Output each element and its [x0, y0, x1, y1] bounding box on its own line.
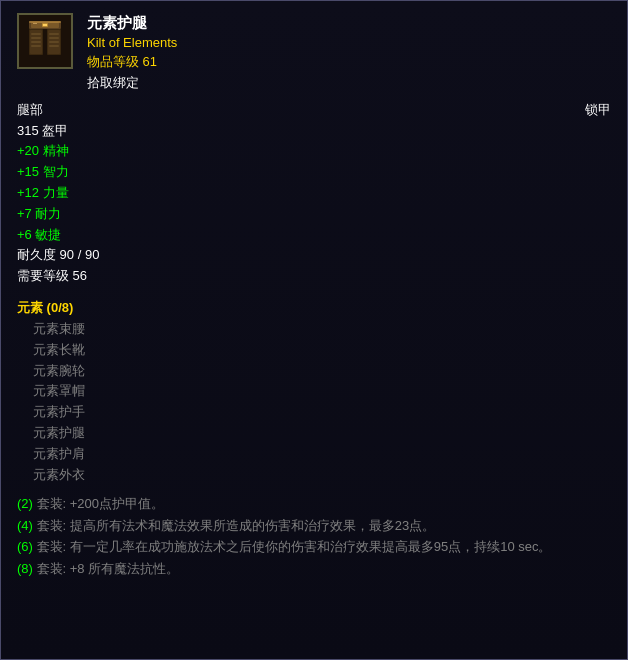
stat-stamina: +7 耐力: [17, 204, 611, 225]
item-name-en: Kilt of Elements: [87, 35, 177, 52]
set-item-5: 元素护腿: [17, 423, 611, 444]
set-bonuses: (2) 套装: +200点护甲值。 (4) 套装: 提高所有法术和魔法效果所造成…: [17, 493, 611, 579]
svg-rect-14: [49, 37, 59, 39]
set-bonus-4: (4) 套装: 提高所有法术和魔法效果所造成的伤害和治疗效果，最多23点。: [17, 515, 611, 536]
item-level: 物品等级 61: [87, 53, 177, 71]
required-level: 需要等级 56: [17, 266, 611, 287]
set-item-0: 元素束腰: [17, 319, 611, 340]
kilt-svg-icon: [19, 15, 71, 67]
svg-rect-13: [49, 33, 59, 35]
stat-spirit: +20 精神: [17, 141, 611, 162]
bonus-8-text: 套装: +8 所有魔法抗性。: [33, 561, 179, 576]
armor-value: 315 盔甲: [17, 121, 611, 142]
set-bonus-6: (6) 套装: 有一定几率在成功施放法术之后使你的伤害和治疗效果提高最多95点，…: [17, 536, 611, 557]
set-bonus-8: (8) 套装: +8 所有魔法抗性。: [17, 558, 611, 579]
svg-rect-18: [33, 23, 37, 24]
bonus-2-text: 套装: +200点护甲值。: [33, 496, 164, 511]
item-header-info: 元素护腿 Kilt of Elements 物品等级 61 拾取绑定: [87, 13, 177, 92]
item-bind: 拾取绑定: [87, 74, 177, 92]
item-tooltip: 元素护腿 Kilt of Elements 物品等级 61 拾取绑定 腿部 锁甲…: [0, 0, 628, 660]
item-type: 锁甲: [585, 100, 611, 121]
set-header: 元素 (0/8): [17, 297, 611, 319]
bonus-8-num: (8): [17, 561, 33, 576]
slot-type-row: 腿部 锁甲: [17, 100, 611, 121]
set-bonus-2: (2) 套装: +200点护甲值。: [17, 493, 611, 514]
item-name-zh: 元素护腿: [87, 13, 177, 33]
item-main-content: 腿部 锁甲 315 盔甲 +20 精神 +15 智力 +12 力量 +7 耐力 …: [17, 100, 611, 647]
svg-rect-9: [31, 33, 41, 35]
stat-intellect: +15 智力: [17, 162, 611, 183]
set-item-2: 元素腕轮: [17, 361, 611, 382]
stat-strength: +12 力量: [17, 183, 611, 204]
svg-rect-12: [31, 45, 41, 47]
set-item-4: 元素护手: [17, 402, 611, 423]
bonus-6-num: (6): [17, 539, 33, 554]
item-icon: [17, 13, 73, 69]
svg-rect-16: [49, 45, 59, 47]
stat-agility: +6 敏捷: [17, 225, 611, 246]
set-items-list: 元素束腰 元素长靴 元素腕轮 元素罩帽 元素护手 元素护腿 元素护肩 元素外衣: [17, 319, 611, 485]
set-item-6: 元素护肩: [17, 444, 611, 465]
svg-rect-15: [49, 41, 59, 43]
item-slot: 腿部: [17, 100, 43, 121]
svg-rect-10: [31, 37, 41, 39]
bonus-2-num: (2): [17, 496, 33, 511]
svg-rect-4: [43, 24, 47, 26]
svg-rect-11: [31, 41, 41, 43]
bonus-4-num: (4): [17, 518, 33, 533]
bonus-4-text: 套装: 提高所有法术和魔法效果所造成的伤害和治疗效果，最多23点。: [33, 518, 435, 533]
bonus-6-text: 套装: 有一定几率在成功施放法术之后使你的伤害和治疗效果提高最多95点，持续10…: [33, 539, 552, 554]
item-icon-background: [19, 15, 71, 67]
item-header: 元素护腿 Kilt of Elements 物品等级 61 拾取绑定: [17, 13, 611, 92]
set-item-1: 元素长靴: [17, 340, 611, 361]
svg-rect-17: [29, 21, 61, 23]
set-item-3: 元素罩帽: [17, 381, 611, 402]
set-item-7: 元素外衣: [17, 465, 611, 486]
durability: 耐久度 90 / 90: [17, 245, 611, 266]
